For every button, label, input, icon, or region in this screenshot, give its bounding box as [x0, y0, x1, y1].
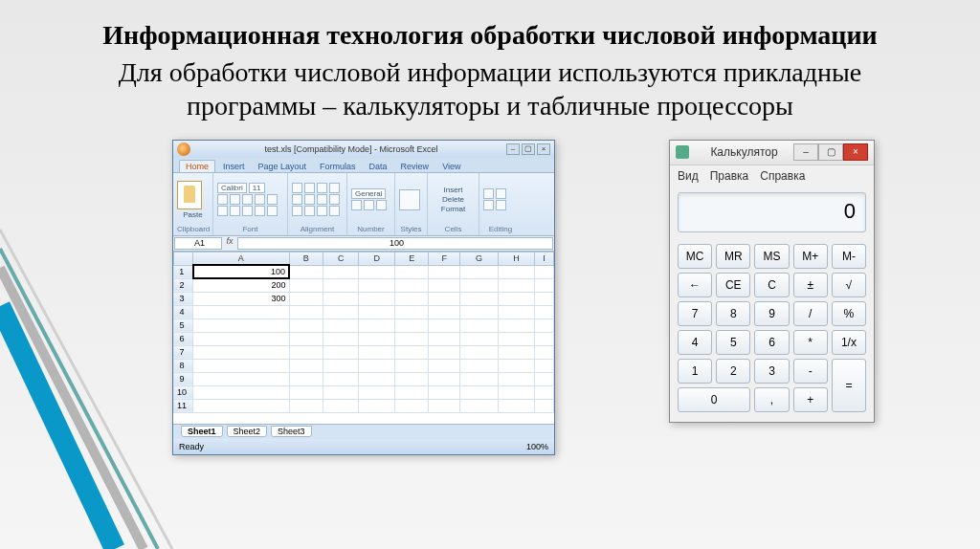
- calc-btn-3[interactable]: 3: [754, 359, 789, 384]
- cells-format[interactable]: Format: [432, 205, 475, 213]
- slide-subtitle: Для обработки числовой информации исполь…: [57, 55, 923, 122]
- spreadsheet-grid[interactable]: ABCDEFGHI1100220033004567891011: [173, 252, 554, 424]
- calc-display: 0: [678, 192, 866, 232]
- group-editing: Editing: [483, 225, 518, 233]
- calculator-icon: [676, 145, 689, 159]
- font-name[interactable]: Calibri: [217, 183, 247, 193]
- calc-btn-±[interactable]: ±: [793, 273, 828, 297]
- calc-btn-CE[interactable]: CE: [716, 273, 750, 297]
- calc-btn-6[interactable]: 6: [754, 330, 789, 355]
- close-icon[interactable]: ×: [537, 143, 550, 155]
- tab-data[interactable]: Data: [364, 161, 393, 172]
- calc-btn-*[interactable]: *: [793, 330, 828, 355]
- tab-review[interactable]: Review: [395, 161, 435, 172]
- calc-maximize-icon[interactable]: ▢: [818, 143, 843, 161]
- calc-close-icon[interactable]: ×: [843, 143, 868, 161]
- group-font: Font: [217, 225, 283, 233]
- cells-insert[interactable]: Insert: [432, 186, 475, 194]
- sheet-tab-1[interactable]: Sheet1: [181, 426, 223, 437]
- menu-view[interactable]: Вид: [678, 169, 699, 183]
- office-button-icon[interactable]: [177, 143, 190, 156]
- cells-delete[interactable]: Delete: [432, 195, 475, 204]
- minimize-icon[interactable]: –: [506, 143, 520, 155]
- menu-help[interactable]: Справка: [760, 169, 805, 183]
- fx-icon[interactable]: fx: [223, 236, 236, 251]
- excel-window: test.xls [Compatibility Mode] - Microsof…: [172, 140, 555, 455]
- tab-home[interactable]: Home: [179, 160, 215, 172]
- calculator-window: Калькулятор – ▢ × Вид Правка Справка 0 M…: [669, 140, 875, 423]
- ribbon: Paste Clipboard Calibri11 Font: [173, 173, 554, 236]
- calc-btn-+[interactable]: +: [793, 387, 828, 412]
- tab-page-layout[interactable]: Page Layout: [253, 161, 313, 172]
- group-alignment: Alignment: [292, 225, 343, 233]
- paste-icon[interactable]: [177, 181, 202, 209]
- calc-btn-=[interactable]: =: [832, 359, 866, 412]
- calc-btn-MS[interactable]: MS: [754, 244, 789, 269]
- calc-btn-1[interactable]: 1: [678, 359, 712, 384]
- calc-btn-5[interactable]: 5: [716, 330, 750, 355]
- calc-btn-%[interactable]: %: [832, 301, 866, 326]
- status-ready: Ready: [179, 442, 204, 451]
- calc-btn-M-[interactable]: M-: [832, 244, 866, 269]
- tab-insert[interactable]: Insert: [217, 161, 251, 172]
- group-cells: Cells: [432, 225, 475, 233]
- calc-btn-MR[interactable]: MR: [716, 244, 750, 269]
- group-styles: Styles: [399, 225, 423, 233]
- formula-bar[interactable]: 100: [237, 237, 553, 250]
- calc-btn-2[interactable]: 2: [716, 359, 750, 384]
- calc-btn-0[interactable]: 0: [678, 387, 750, 412]
- tab-formulas[interactable]: Formulas: [314, 161, 362, 172]
- excel-title: test.xls [Compatibility Mode] - Microsof…: [196, 144, 506, 154]
- group-number: Number: [351, 225, 390, 233]
- calc-btn-/[interactable]: /: [793, 301, 828, 326]
- number-format[interactable]: General: [351, 188, 386, 199]
- sheet-tab-3[interactable]: Sheet3: [271, 426, 312, 437]
- calc-btn--[interactable]: -: [793, 359, 828, 384]
- calc-btn-1/x[interactable]: 1/x: [832, 330, 866, 355]
- calc-btn-4[interactable]: 4: [678, 330, 712, 355]
- maximize-icon[interactable]: ▢: [522, 143, 535, 155]
- group-clipboard: Clipboard: [177, 225, 209, 233]
- tab-view[interactable]: View: [436, 161, 466, 172]
- calc-btn-,[interactable]: ,: [754, 387, 789, 412]
- calc-btn-9[interactable]: 9: [754, 301, 789, 326]
- calc-btn-←[interactable]: ←: [678, 273, 712, 297]
- zoom-level[interactable]: 100%: [526, 442, 548, 451]
- paste-label: Paste: [177, 210, 209, 219]
- calc-btn-MC[interactable]: MC: [678, 244, 712, 269]
- calculator-title: Калькулятор: [695, 145, 793, 159]
- slide-title: Информационная технология обработки числ…: [57, 19, 923, 52]
- menu-edit[interactable]: Правка: [710, 169, 749, 183]
- calc-btn-C[interactable]: C: [754, 273, 789, 297]
- calc-btn-7[interactable]: 7: [678, 301, 712, 326]
- calc-btn-M+[interactable]: M+: [793, 244, 828, 269]
- calc-btn-8[interactable]: 8: [716, 301, 750, 326]
- sheet-tab-2[interactable]: Sheet2: [227, 426, 268, 437]
- calc-minimize-icon[interactable]: –: [793, 143, 818, 161]
- calc-btn-√[interactable]: √: [832, 273, 866, 297]
- name-box[interactable]: A1: [174, 237, 222, 250]
- font-size[interactable]: 11: [249, 183, 265, 193]
- ribbon-tabs: Home Insert Page Layout Formulas Data Re…: [173, 158, 554, 173]
